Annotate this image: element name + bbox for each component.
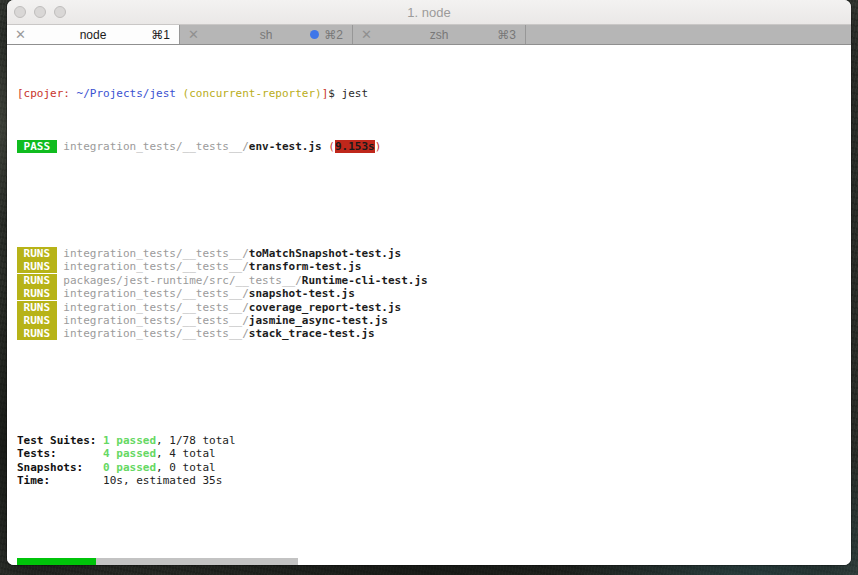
runs-line: RUNS integration_tests/__tests__/stack_t… [17,327,843,340]
runs-line: RUNS integration_tests/__tests__/toMatch… [17,247,843,260]
test-filename: stack_trace-test.js [249,327,375,340]
runs-badge: RUNS [17,260,57,273]
summary-passed-count: 4 passed [103,447,156,460]
summary-line: Test Suites: 1 passed, 1/78 total [17,434,843,447]
tab-bar: ✕ node ⌘1 ✕ sh ⌘2 ✕ zsh ⌘3 [7,25,851,45]
summary-passed-count: 0 passed [103,461,156,474]
progress-bar-fill [17,558,96,565]
title-bar[interactable]: 1. node [7,0,851,25]
test-dir: integration_tests/__tests__/ [57,301,249,314]
activity-dot-icon [310,30,319,39]
runs-badge: RUNS [17,327,57,340]
traffic-lights [14,6,66,18]
time-open-paren: ( [322,140,335,153]
summary-label: Snapshots: [17,461,103,474]
close-window-button[interactable] [14,6,26,18]
progress-line [17,531,843,544]
tab-close-icon[interactable]: ✕ [188,28,199,41]
pass-badge: PASS [17,140,57,153]
test-filename: coverage_report-test.js [249,301,401,314]
runs-badge: RUNS [17,287,57,300]
runs-line: RUNS integration_tests/__tests__/jasmine… [17,314,843,327]
test-time: 9.153s [335,140,375,153]
tab-zsh[interactable]: ✕ zsh ⌘3 [353,25,526,44]
summary-rest: 10s, estimated 35s [103,474,222,487]
window-title: 1. node [7,5,851,20]
test-dir: packages/jest-runtime/src/__tests__/ [57,274,302,287]
runs-line: RUNS integration_tests/__tests__/snapsho… [17,287,843,300]
pass-line: PASS integration_tests/__tests__/env-tes… [17,140,843,153]
summary-line: Snapshots: 0 passed, 0 total [17,461,843,474]
test-dir: integration_tests/__tests__/ [57,140,249,153]
test-dir: integration_tests/__tests__/ [57,247,249,260]
prompt-git-branch: (concurrent-reporter) [183,87,322,100]
prompt-path: ~/Projects/jest [77,87,183,100]
blank-line [17,381,843,394]
test-dir: integration_tests/__tests__/ [57,327,249,340]
tab-close-icon[interactable]: ✕ [15,28,26,41]
test-filename: Runtime-cli-test.js [302,274,428,287]
test-filename: snapshot-test.js [249,287,355,300]
summary-line: Tests: 4 passed, 4 total [17,447,843,460]
runs-badge: RUNS [17,314,57,327]
tab-close-icon[interactable]: ✕ [361,28,372,41]
blank-line [17,194,843,207]
tab-shortcut: ⌘3 [497,28,516,42]
test-filename: env-test.js [249,140,322,153]
summary-label: Tests: [17,447,103,460]
test-filename: transform-test.js [249,260,362,273]
desktop: { "window": { "title": "1. node" }, "tab… [0,0,858,575]
tab-bar-filler [526,25,851,44]
terminal-screen[interactable]: [cpojer: ~/Projects/jest (concurrent-rep… [7,46,851,565]
test-dir: integration_tests/__tests__/ [57,260,249,273]
test-dir: integration_tests/__tests__/ [57,287,249,300]
summary-rest: , 1/78 total [156,434,235,447]
runs-badge: RUNS [17,301,57,314]
runs-badge: RUNS [17,274,57,287]
test-filename: jasmine_async-test.js [249,314,388,327]
tab-shortcut: ⌘1 [151,28,170,42]
time-close-paren: ) [375,140,382,153]
runs-line: RUNS integration_tests/__tests__/coverag… [17,301,843,314]
prompt-user: [cpojer: [17,87,77,100]
terminal-window: 1. node ✕ node ⌘1 ✕ sh ⌘2 ✕ zsh ⌘3 [7,0,851,565]
summary-passed-count: 1 passed [103,434,156,447]
progress-bar [17,558,298,565]
summary-label: Test Suites: [17,434,103,447]
tab-node[interactable]: ✕ node ⌘1 [7,25,180,44]
zoom-window-button[interactable] [54,6,66,18]
summary-line: Time: 10s, estimated 35s [17,474,843,487]
summary-label: Time: [17,474,103,487]
summary-rest: , 4 total [156,447,216,460]
runs-line: RUNS integration_tests/__tests__/transfo… [17,260,843,273]
prompt-command: $ jest [328,87,368,100]
test-dir: integration_tests/__tests__/ [57,314,249,327]
runs-badge: RUNS [17,247,57,260]
prompt-line: [cpojer: ~/Projects/jest (concurrent-rep… [17,87,843,100]
test-filename: toMatchSnapshot-test.js [249,247,401,260]
runs-line: RUNS packages/jest-runtime/src/__tests__… [17,274,843,287]
tab-sh[interactable]: ✕ sh ⌘2 [180,25,353,44]
summary-rest: , 0 total [156,461,216,474]
tab-shortcut: ⌘2 [324,28,343,42]
minimize-window-button[interactable] [34,6,46,18]
